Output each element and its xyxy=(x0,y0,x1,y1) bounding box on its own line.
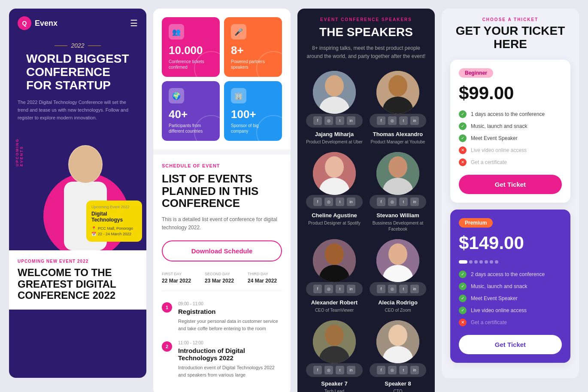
day-3[interactable]: THIRD DAY 24 Mar 2022 xyxy=(248,272,282,284)
speaker-card-6: f ◎ t in Alecia Rodrigo CEO of Zoom xyxy=(370,239,426,313)
speaker-avatar-2 xyxy=(376,71,419,114)
p-check-4: ✓ xyxy=(459,307,467,314)
speaker-name-5: Alexander Robert xyxy=(306,299,363,306)
dot-3 xyxy=(479,260,483,264)
twitter-icon-2[interactable]: t xyxy=(399,116,408,125)
feature-text-5: Get a certificate xyxy=(471,159,507,165)
get-ticket-button-beginner[interactable]: Get Ticket xyxy=(459,175,562,194)
instagram-icon-2[interactable]: ◎ xyxy=(388,116,397,125)
speaker-social-3: f ◎ t in xyxy=(306,195,363,209)
facebook-icon[interactable]: f xyxy=(313,116,322,125)
stat-card-participants: 🌍 40+ Participants from different countr… xyxy=(162,81,220,141)
p-check-2: ✓ xyxy=(459,283,467,290)
linkedin-icon-8[interactable]: in xyxy=(410,366,419,374)
svg-point-25 xyxy=(388,325,407,346)
speaker-social-4: f ◎ t in xyxy=(370,195,426,209)
ticket-badge-premium: Premium xyxy=(459,218,493,228)
instagram-icon-8[interactable]: ◎ xyxy=(388,366,397,374)
twitter-icon-8[interactable]: t xyxy=(399,366,408,374)
download-schedule-button[interactable]: Download Schedule xyxy=(162,240,282,261)
speaker-role-2: Product Manager at Youtube xyxy=(370,139,426,145)
twitter-icon-5[interactable]: t xyxy=(336,285,344,293)
speaker-role-3: Product Designer at Spotify xyxy=(306,220,363,226)
linkedin-icon-5[interactable]: in xyxy=(347,285,355,293)
days-tabs: FIRST DAY 22 Mar 2022 SECOND DAY 23 Mar … xyxy=(162,272,282,291)
speaker-social-8: f ◎ t in xyxy=(370,363,426,377)
linkedin-icon-7[interactable]: in xyxy=(347,366,355,374)
linkedin-icon-3[interactable]: in xyxy=(347,198,355,206)
facebook-icon-3[interactable]: f xyxy=(313,198,322,206)
event-item-2: 2 11:00 - 12:00 Introduction of Digital … xyxy=(162,340,282,378)
premium-feature-text-3: Meet Event Speaker xyxy=(471,295,518,301)
instagram-icon-7[interactable]: ◎ xyxy=(324,366,333,374)
day-2-date: 23 Mar 2022 xyxy=(205,278,239,284)
facebook-icon-2[interactable]: f xyxy=(377,116,385,125)
speaker-avatar-7 xyxy=(313,320,356,363)
premium-feature-1: ✓ 2 days access to the conference xyxy=(459,270,562,278)
speakers-title: THE SPEAKERS xyxy=(306,25,426,39)
facebook-icon-6[interactable]: f xyxy=(377,285,385,293)
speakers-description: 8+ inspiring talks, meet the best produc… xyxy=(306,44,426,61)
instagram-icon-6[interactable]: ◎ xyxy=(388,285,397,293)
facebook-icon-5[interactable]: f xyxy=(313,285,322,293)
stat-card-sponsors: 🏢 100+ Sponsor of big company xyxy=(224,81,282,141)
hamburger-icon[interactable]: ☰ xyxy=(130,18,138,28)
day-1[interactable]: FIRST DAY 22 Mar 2022 xyxy=(162,272,196,284)
speaker-card-3: f ◎ t in Cheline Agustine Product Design… xyxy=(306,152,363,232)
speaker-avatar-3 xyxy=(313,152,356,195)
speaker-card-7: f ◎ t in Speaker 7 Tech Lead xyxy=(306,320,363,392)
speaker-name-2: Thomas Alexandro xyxy=(370,131,426,137)
svg-point-10 xyxy=(325,156,344,178)
linkedin-icon-4[interactable]: in xyxy=(410,198,419,206)
speaker-role-6: CEO of Zoom xyxy=(370,307,426,313)
speaker-name-7: Speaker 7 xyxy=(306,380,363,387)
speaker-role-1: Product Development at Uber xyxy=(306,139,363,145)
instagram-icon-3[interactable]: ◎ xyxy=(324,198,333,206)
premium-feature-3: ✓ Meet Event Speaker xyxy=(459,295,562,302)
speakers-section-label: EVENT CONFERENCE SPEAKERS xyxy=(306,17,426,22)
linkedin-icon-6[interactable]: in xyxy=(410,285,419,293)
event-details-2: 11:00 - 12:00 Introduction of Digital Te… xyxy=(178,340,282,378)
check-icon-yes-3: ✓ xyxy=(459,134,467,142)
instagram-icon[interactable]: ◎ xyxy=(324,116,333,125)
twitter-icon-3[interactable]: t xyxy=(336,198,344,206)
facebook-icon-7[interactable]: f xyxy=(313,366,322,374)
get-ticket-button-premium[interactable]: Get Ticket xyxy=(459,335,562,354)
linkedin-icon-2[interactable]: in xyxy=(410,116,419,125)
facebook-icon-4[interactable]: f xyxy=(377,198,385,206)
check-icon-yes-2: ✓ xyxy=(459,122,467,130)
speaker-social-7: f ◎ t in xyxy=(306,363,363,377)
speakers-grid: f ◎ t in Jajang Miharja Product Developm… xyxy=(306,71,426,392)
event-details-1: 09:00 - 11:00 Registration Register your… xyxy=(178,301,282,332)
instagram-icon-5[interactable]: ◎ xyxy=(324,285,333,293)
panel-schedule: 👥 10.000 Conference tickets confirmed 🎤 … xyxy=(153,9,291,392)
feature-text-1: 1 days access to the conference xyxy=(471,111,545,117)
linkedin-icon[interactable]: in xyxy=(347,116,355,125)
event-name-1: Registration xyxy=(178,308,282,315)
premium-feature-text-4: Live video online access xyxy=(471,307,527,313)
day-2[interactable]: SECOND DAY 23 Mar 2022 xyxy=(205,272,239,284)
schedule-label: SCHEDULE OF EVENT xyxy=(162,163,282,168)
speaker-social-1: f ◎ t in xyxy=(306,114,363,128)
check-icon-no: ✕ xyxy=(459,146,467,154)
twitter-icon[interactable]: t xyxy=(336,116,344,125)
event-time-2: 11:00 - 12:00 xyxy=(178,340,282,345)
feature-1: ✓ 1 days access to the conference xyxy=(459,110,562,118)
logo: Q Evenx xyxy=(18,16,58,30)
ticket-section-label: CHOOSE A THICKET xyxy=(450,17,570,22)
hero-image-area: Upcoming Event 2022 Digital Technologys … xyxy=(9,130,146,250)
dot-6 xyxy=(495,260,498,264)
instagram-icon-4[interactable]: ◎ xyxy=(388,198,397,206)
dot-5 xyxy=(490,260,493,264)
speaker-card-8: f ◎ t in Speaker 8 CTO xyxy=(370,320,426,392)
panel-speakers: EVENT CONFERENCE SPEAKERS THE SPEAKERS 8… xyxy=(297,9,435,392)
stat-icon-sponsors: 🏢 xyxy=(231,88,246,103)
twitter-icon-4[interactable]: t xyxy=(399,198,408,206)
twitter-icon-6[interactable]: t xyxy=(399,285,408,293)
svg-point-2 xyxy=(69,146,102,183)
twitter-icon-7[interactable]: t xyxy=(336,366,344,374)
stat-icon-speakers: 🎤 xyxy=(231,24,246,40)
premium-feature-5: ✕ Get a certificate xyxy=(459,319,562,326)
ticket-card-premium: Premium $149.00 ✓ 2 days access to the c… xyxy=(450,210,570,363)
facebook-icon-8[interactable]: f xyxy=(377,366,385,374)
